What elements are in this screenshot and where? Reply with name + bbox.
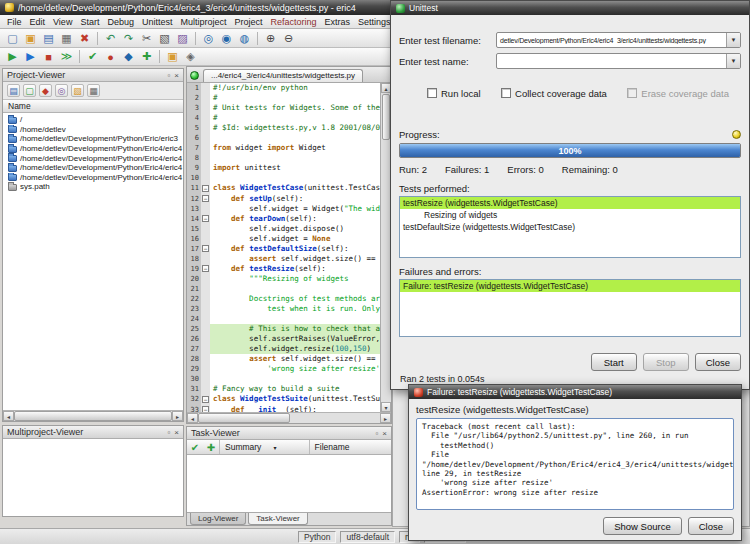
tree-item[interactable]: /home/detlev/Development/Python/Eric4/er… [3,144,183,154]
editor-hscrollbar[interactable]: ◂ ▸ [187,412,391,423]
scroll-down-icon[interactable]: ▾ [381,402,391,412]
tests-performed-list[interactable]: testResize (widgettests.WidgetTestCase)R… [399,196,741,258]
scroll-thumb[interactable] [14,411,172,421]
menu-multiproject[interactable]: Multiproject [176,17,230,27]
sources-tab-icon[interactable]: ▤ [7,84,20,97]
task-list-body[interactable] [187,455,391,512]
list-item[interactable]: Resizing of widgets [400,209,740,221]
menu-edit[interactable]: Edit [26,17,50,27]
project-viewer-header[interactable]: Project-Viewer ▫ × [3,69,183,82]
chevron-down-icon[interactable]: ▼ [726,54,740,68]
list-item[interactable]: testResize (widgettests.WidgetTestCase) [400,197,740,209]
scroll-left-icon[interactable]: ◂ [3,411,14,421]
open-icon[interactable]: ▣ [22,30,39,46]
fold-marker[interactable]: − [202,406,209,412]
test-name-combo[interactable]: ▼ [496,53,741,69]
scroll-left-icon[interactable]: ◂ [187,413,198,423]
save-icon[interactable]: ▤ [40,30,57,46]
menu-project[interactable]: Project [230,17,266,27]
task-icon[interactable]: ✚ [138,49,155,65]
task-viewer-header[interactable]: Task-Viewer ▫ × [187,427,391,440]
debug-script-icon[interactable]: ▶ [22,49,39,65]
menu-extras[interactable]: Extras [321,17,355,27]
replace-icon[interactable]: ◍ [236,30,253,46]
multiproject-viewer-header[interactable]: Multiproject-Viewer ▫ × [3,426,183,439]
chevron-down-icon[interactable]: ▼ [726,33,740,47]
tree-item[interactable]: /home/detlev/Development/Python/Eric/eri… [3,134,183,144]
unittest-dialog-titlebar[interactable]: Unittest [391,1,749,15]
zoom-out-icon[interactable]: ⊖ [280,30,297,46]
search-icon[interactable]: ◎ [200,30,217,46]
scroll-thumb[interactable] [382,94,390,140]
collect-coverage-data-checkbox[interactable]: Collect coverage data [501,87,607,99]
fold-marker[interactable]: − [202,245,209,252]
interfaces-tab-icon[interactable]: ▧ [71,84,84,97]
failure-dialog-titlebar[interactable]: Failure: testResize (widgettests.WidgetT… [409,385,741,399]
detach-panel-icon[interactable]: ▫ [375,429,378,438]
settings-icon[interactable]: ◈ [182,49,199,65]
project-icon[interactable]: ▣ [164,49,181,65]
tree-item[interactable]: /home/detlev/Development/Python/Eric4/er… [3,163,183,173]
zoom-in-icon[interactable]: ⊕ [262,30,279,46]
list-item[interactable]: Failure: testResize (widgettests.WidgetT… [400,280,740,292]
new-icon[interactable]: ▢ [4,30,21,46]
close-panel-icon[interactable]: × [382,429,387,438]
menu-refactoring[interactable]: Refactoring [266,17,320,27]
traceback-box[interactable]: Traceback (most recent call last): File … [416,418,734,510]
fold-marker[interactable]: − [202,215,209,222]
editor-tab[interactable]: ...4/eric4_3/eric4/unittests/widgettests… [203,69,363,82]
detach-panel-icon[interactable]: ▫ [167,71,170,80]
tree-item[interactable]: / [3,115,183,125]
start-button[interactable]: Start [591,353,637,371]
close-icon[interactable]: ✖ [76,30,93,46]
tab-task-viewer[interactable]: Task-Viewer [248,513,307,525]
menu-debug[interactable]: Debug [103,17,138,27]
project-tree-hscrollbar[interactable]: ◂ ▸ [3,410,183,421]
checkbox-box[interactable] [427,88,437,98]
menu-view[interactable]: View [49,17,76,27]
fold-marker[interactable]: − [202,396,209,403]
unittest-icon[interactable]: ✔ [84,49,101,65]
others-tab-icon[interactable]: ▦ [87,84,100,97]
paste-icon[interactable]: ▨ [174,30,191,46]
fold-marker[interactable]: − [202,265,209,272]
close-panel-icon[interactable]: × [174,71,179,80]
search-next-icon[interactable]: ◉ [218,30,235,46]
tree-item[interactable]: sys.path [3,182,183,192]
name-column-header[interactable]: Name [3,100,183,113]
print-icon[interactable]: ▦ [58,30,75,46]
filename-column-header[interactable]: Filename [309,440,391,454]
breakpoint-icon[interactable]: ● [102,49,119,65]
forms-tab-icon[interactable]: ▢ [23,84,36,97]
fold-marker[interactable]: − [202,185,209,192]
checkbox-box[interactable] [501,88,511,98]
undo-icon[interactable]: ↶ [102,30,119,46]
menu-start[interactable]: Start [76,17,103,27]
tree-item[interactable]: /home/detlev/Development/Python/Eric4/er… [3,153,183,163]
show-source-button[interactable]: Show Source [603,517,682,535]
tree-item[interactable]: /home/detlev [3,125,183,135]
stop-icon[interactable]: ■ [40,49,57,65]
close-button[interactable]: Close [688,517,734,535]
translations-tab-icon[interactable]: ◎ [55,84,68,97]
new-task-icon[interactable]: ✚ [203,440,219,454]
detach-panel-icon[interactable]: ▫ [167,428,170,437]
fold-marker[interactable]: − [202,195,209,202]
list-item[interactable]: testDefaultSize (widgettests.WidgetTestC… [400,221,740,233]
scroll-right-icon[interactable]: ▸ [172,411,183,421]
run-local-checkbox[interactable]: Run local [427,87,481,99]
menu-unittest[interactable]: Unittest [138,17,177,27]
code-area[interactable]: 1#!/usr/bin/env python2#3# Unit tests fo… [187,83,391,412]
scroll-thumb[interactable] [198,413,290,423]
tree-item[interactable]: /home/detlev/Development/Python/Eric4/er… [3,173,183,183]
continue-icon[interactable]: ≫ [58,49,75,65]
close-button[interactable]: Close [695,353,741,371]
copy-icon[interactable]: ▧ [156,30,173,46]
resources-tab-icon[interactable]: ◆ [39,84,52,97]
tab-log-viewer[interactable]: Log-Viewer [190,513,246,525]
cut-icon[interactable]: ✂ [138,30,155,46]
failures-list[interactable]: Failure: testResize (widgettests.WidgetT… [399,279,741,337]
menu-file[interactable]: File [3,17,26,27]
run-script-icon[interactable]: ▶ [4,49,21,65]
redo-icon[interactable]: ↷ [120,30,137,46]
